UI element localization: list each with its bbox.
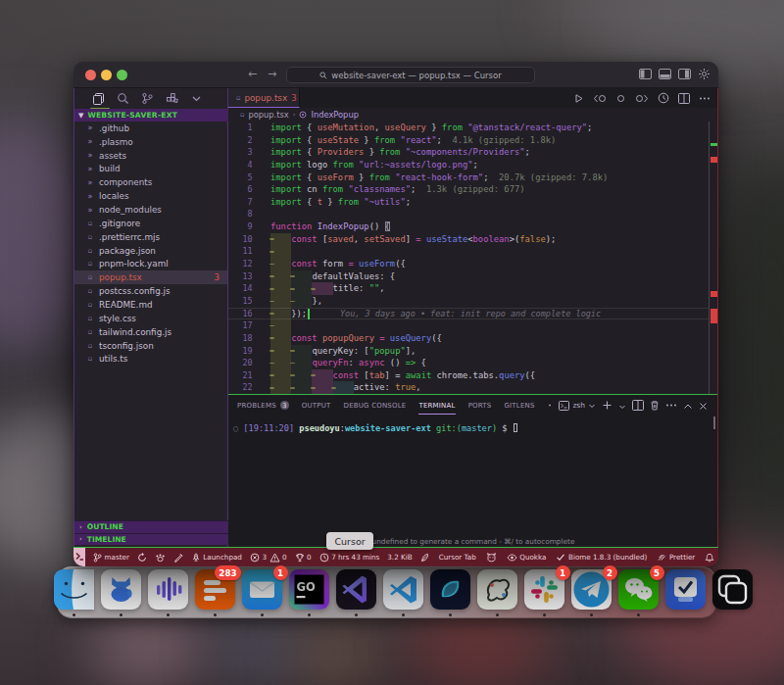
previous-change-icon[interactable]	[593, 89, 607, 108]
dock-app-vs-code[interactable]	[383, 569, 423, 610]
window-border	[74, 88, 74, 547]
dock-app-goland[interactable]: GO	[289, 569, 329, 610]
more-actions-icon[interactable]	[699, 89, 710, 108]
split-editor-icon[interactable]	[678, 89, 690, 108]
status-item-0[interactable]: 0	[295, 553, 312, 563]
tab-popup-tsx[interactable]: ▫ popup.tsx 3	[228, 88, 300, 108]
close-window-button[interactable]	[85, 70, 96, 80]
panel-tab-terminal[interactable]: TERMINAL	[418, 402, 455, 410]
chevron-down-icon[interactable]	[190, 92, 203, 105]
tree-item-components[interactable]: »components	[74, 175, 227, 189]
code-token: Providers	[318, 147, 365, 157]
toggle-sidebar-icon[interactable]	[639, 69, 652, 79]
dock-app-notes[interactable]	[477, 569, 517, 610]
status-item[interactable]	[173, 553, 183, 563]
dock-app-reader[interactable]: 283	[195, 569, 235, 610]
breadcrumbs[interactable]: ▫ popup.tsx › IndexPopup	[228, 108, 718, 122]
dock-app-telegram[interactable]: 2	[571, 569, 612, 610]
history-forward-button[interactable]: →	[268, 68, 276, 80]
timeline-icon[interactable]	[658, 89, 669, 108]
tree-item-package.json[interactable]: ▫package.json	[74, 244, 227, 258]
files-icon[interactable]	[92, 92, 105, 105]
tree-item-README.md[interactable]: ▫README.md	[74, 298, 227, 312]
tree-item-node_modules[interactable]: »node_modules	[74, 203, 227, 217]
status-item-3-2-kib[interactable]: 3.2 KiB	[387, 553, 412, 562]
dock-app-cursor[interactable]	[336, 569, 376, 610]
section-outline[interactable]: ›OUTLINE	[74, 520, 228, 533]
status-item[interactable]	[705, 553, 714, 563]
code-token: ,	[354, 234, 365, 244]
tree-item-utils.ts[interactable]: ▫utils.ts	[74, 352, 227, 366]
dock-app-windows[interactable]	[712, 569, 753, 610]
explorer-header[interactable]: ▼ WEBSITE-SAVER-EXT	[74, 109, 228, 122]
tree-item-tsconfig.json[interactable]: ▫tsconfig.json	[74, 339, 227, 353]
tree-item-assets[interactable]: »assets	[74, 149, 227, 163]
shell-selector[interactable]: zsh	[559, 401, 596, 411]
status-item-launchpad[interactable]: Launchpad	[191, 553, 242, 563]
panel-more-icon[interactable]	[665, 396, 677, 415]
status-item[interactable]	[137, 553, 147, 563]
next-change-icon[interactable]	[635, 89, 649, 108]
search-icon[interactable]	[117, 92, 129, 105]
panel-tab-debug-console[interactable]: DEBUG CONSOLE	[344, 402, 407, 410]
panel-tab-ports[interactable]: PORTS	[468, 402, 492, 410]
status-item-cursor-tab[interactable]: Cursor Tab	[439, 553, 476, 562]
panel-tab-gitlens[interactable]: GITLENS	[504, 402, 534, 410]
status-item[interactable]	[486, 553, 497, 563]
extensions-icon[interactable]	[166, 92, 178, 105]
tree-item-style.css[interactable]: ▫style.css	[74, 312, 227, 325]
tree-item-.gitignore[interactable]: ▫.gitignore	[74, 217, 227, 230]
history-back-button[interactable]: ←	[248, 68, 257, 80]
dock-app-slack[interactable]: 1	[524, 569, 564, 610]
tree-item-locales[interactable]: »locales	[74, 189, 227, 203]
dock-app-app[interactable]	[430, 569, 470, 610]
status-item-3[interactable]: 30	[250, 553, 287, 563]
dock-app-mail[interactable]: 1	[242, 569, 282, 610]
terminal-scrollbar[interactable]	[713, 416, 715, 429]
maximize-window-button[interactable]	[117, 70, 127, 80]
tree-item-.github[interactable]: ».github	[74, 122, 227, 135]
terminal-profile-dropdown-icon[interactable]	[618, 396, 626, 415]
section-timeline[interactable]: ›TIMELINE	[74, 533, 228, 546]
dock-app-audio[interactable]	[148, 569, 188, 610]
minimize-window-button[interactable]	[101, 70, 112, 80]
terminal-prompt[interactable]: ○ [19:11:20] pseudoyu:website-saver-ext …	[233, 421, 517, 434]
status-item-biome-1-8-3-bundled-[interactable]: Biome 1.8.3 (bundled)	[556, 553, 647, 562]
status-item-7-hrs-43-mins[interactable]: 7 hrs 43 mins	[319, 553, 380, 563]
split-terminal-icon[interactable]	[632, 396, 644, 415]
new-terminal-icon[interactable]	[602, 396, 612, 415]
tree-item-postcss.config.js[interactable]: ▫postcss.config.js	[74, 284, 227, 298]
panel-tab-output[interactable]: OUTPUT	[302, 402, 331, 410]
tree-item-pnpm-lock.yaml[interactable]: ▫pnpm-lock.yaml	[74, 258, 227, 271]
dock-app-wechat[interactable]: 5	[618, 569, 659, 610]
status-item-master[interactable]: master	[93, 553, 129, 563]
run-icon[interactable]	[573, 89, 584, 108]
kill-terminal-icon[interactable]	[650, 396, 660, 415]
tree-item-.prettierrc.mjs[interactable]: ▫.prettierrc.mjs	[74, 230, 227, 244]
status-item-quokka[interactable]: Quokka	[507, 553, 547, 562]
toggle-secondary-sidebar-icon[interactable]	[678, 69, 691, 79]
status-item-prettier[interactable]: Prettier	[657, 553, 695, 562]
panel-tab-problems[interactable]: PROBLEMS3	[237, 401, 289, 410]
dock-app-follow[interactable]	[101, 569, 141, 610]
dock-app-things[interactable]	[665, 569, 706, 610]
maximize-panel-icon[interactable]	[683, 396, 693, 415]
status-item[interactable]	[155, 553, 166, 563]
code-area[interactable]: 1import { useMutation, useQuery } from "…	[228, 122, 718, 394]
running-indicator-dot	[449, 613, 452, 616]
change-icon[interactable]	[615, 89, 626, 108]
command-center-search[interactable]: website-saver-ext — popup.tsx — Cursor	[286, 67, 535, 83]
close-panel-icon[interactable]	[699, 396, 708, 415]
tree-item-build[interactable]: »build	[74, 163, 227, 176]
settings-gear-icon[interactable]	[698, 68, 710, 80]
toggle-panel-icon[interactable]	[659, 69, 671, 79]
tree-item-popup.tsx[interactable]: ▫popup.tsx3	[74, 270, 227, 284]
dock-app-finder[interactable]	[54, 569, 94, 610]
file-icon: ▫	[86, 260, 94, 268]
status-item[interactable]	[420, 553, 429, 563]
source-control-icon[interactable]	[141, 92, 154, 105]
tree-item-.plasmo[interactable]: ».plasmo	[74, 135, 227, 149]
chevron-right-icon: ›	[79, 535, 82, 543]
code-token: ,	[379, 283, 384, 293]
tree-item-tailwind.config.js[interactable]: ▫tailwind.config.js	[74, 325, 227, 339]
